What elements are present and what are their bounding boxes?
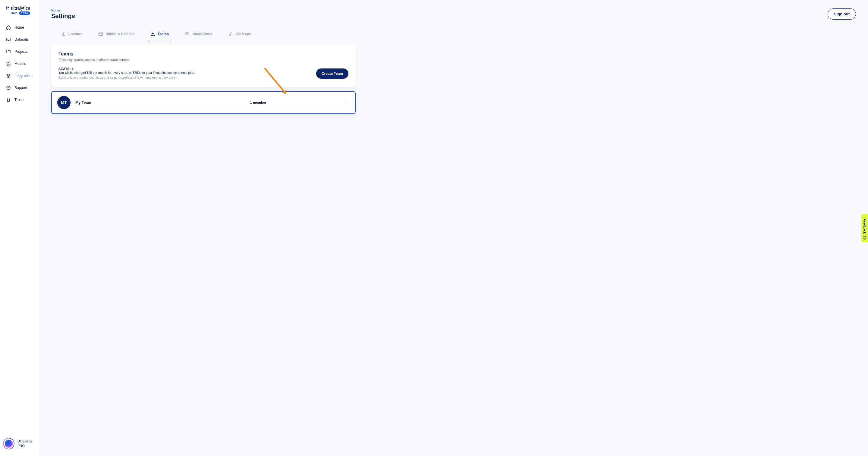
users-icon bbox=[150, 32, 155, 36]
user-plan: PRO bbox=[18, 444, 32, 448]
sidebar-item-home[interactable]: Home bbox=[0, 22, 39, 33]
svg-point-2 bbox=[7, 39, 8, 39]
brand-mark-icon bbox=[5, 5, 10, 11]
brand-logo[interactable]: ultralytics HUB BETA bbox=[0, 5, 39, 20]
user-icon bbox=[61, 32, 66, 36]
seats-desc-line2: Each unique member counts as one seat, r… bbox=[59, 76, 195, 80]
sidebar-item-label: Models bbox=[14, 61, 26, 66]
layers-icon bbox=[184, 32, 189, 36]
user-meta: Ultralytics PRO bbox=[18, 439, 32, 449]
tab-label: Account bbox=[68, 32, 83, 36]
tab-api-keys[interactable]: API Keys bbox=[227, 27, 252, 41]
sidebar-item-label: Trash bbox=[14, 98, 24, 102]
team-name: My Team bbox=[75, 101, 91, 105]
feedback-label: Feedback bbox=[863, 219, 867, 234]
sidebar-item-projects[interactable]: Projects bbox=[0, 46, 39, 57]
svg-point-5 bbox=[62, 33, 64, 34]
sidebar-user[interactable]: Ultralytics PRO bbox=[0, 435, 39, 452]
tab-integrations[interactable]: Integrations bbox=[183, 27, 214, 41]
team-members: 1 member bbox=[250, 101, 339, 104]
tab-account[interactable]: Account bbox=[60, 27, 84, 41]
feedback-tab[interactable]: Feedback bbox=[861, 214, 868, 243]
svg-point-16 bbox=[864, 237, 864, 238]
sidebar: ultralytics HUB BETA Home Datasets bbox=[0, 0, 39, 456]
svg-point-4 bbox=[8, 89, 8, 89]
sidebar-item-integrations[interactable]: Integrations bbox=[0, 70, 39, 81]
row-menu-button[interactable] bbox=[342, 99, 350, 106]
page-title: Settings bbox=[51, 13, 75, 20]
svg-point-8 bbox=[151, 33, 153, 34]
credit-card-icon bbox=[98, 32, 103, 36]
user-name: Ultralytics bbox=[18, 439, 32, 444]
seats-desc-line1: You will be charged $20 per month for ev… bbox=[59, 71, 195, 75]
sidebar-nav: Home Datasets Projects Models bbox=[0, 20, 39, 105]
sidebar-item-models[interactable]: Models bbox=[0, 58, 39, 69]
key-icon bbox=[228, 32, 233, 36]
more-vertical-icon bbox=[344, 100, 348, 105]
brand-name: ultralytics bbox=[11, 6, 30, 10]
smile-icon bbox=[863, 235, 867, 240]
tab-label: Billing & License bbox=[105, 32, 135, 36]
layers-icon bbox=[6, 73, 11, 78]
sidebar-item-label: Support bbox=[14, 86, 27, 90]
command-icon bbox=[6, 61, 11, 66]
beta-badge: BETA bbox=[19, 11, 30, 15]
tab-label: Integrations bbox=[192, 32, 213, 36]
settings-tabs: Account Billing & License Teams bbox=[51, 27, 355, 41]
svg-point-17 bbox=[865, 237, 865, 238]
tab-label: Teams bbox=[158, 32, 169, 36]
sidebar-item-label: Home bbox=[14, 25, 24, 30]
folder-icon bbox=[6, 49, 11, 54]
teams-card: Teams Efficiently control access to shar… bbox=[51, 45, 355, 87]
svg-point-15 bbox=[863, 236, 867, 239]
trash-icon bbox=[6, 97, 11, 102]
team-avatar: MT bbox=[57, 96, 70, 109]
svg-rect-6 bbox=[98, 33, 102, 35]
brand-sub: HUB bbox=[11, 12, 18, 15]
card-title: Teams bbox=[59, 51, 348, 57]
breadcrumb-home[interactable]: Home bbox=[51, 8, 60, 12]
svg-point-13 bbox=[346, 104, 346, 104]
sidebar-item-label: Integrations bbox=[14, 74, 33, 78]
sidebar-item-label: Datasets bbox=[14, 37, 29, 41]
svg-point-0 bbox=[7, 7, 9, 8]
card-subtitle: Efficiently control access to shared tea… bbox=[59, 58, 348, 61]
home-icon bbox=[6, 25, 11, 30]
seats-label: SEATS: 1 bbox=[59, 67, 195, 70]
sidebar-item-trash[interactable]: Trash bbox=[0, 94, 39, 105]
avatar bbox=[3, 438, 14, 449]
svg-point-9 bbox=[153, 33, 154, 34]
tab-label: API Keys bbox=[236, 32, 251, 36]
create-team-button[interactable]: Create Team bbox=[316, 68, 348, 79]
help-icon bbox=[6, 85, 11, 90]
sidebar-item-label: Projects bbox=[14, 50, 27, 54]
main: Home › Settings Sign out Account bbox=[39, 0, 868, 456]
tab-teams[interactable]: Teams bbox=[149, 27, 170, 41]
sidebar-item-support[interactable]: Support bbox=[0, 82, 39, 93]
svg-point-10 bbox=[229, 34, 230, 35]
tab-billing[interactable]: Billing & License bbox=[97, 27, 136, 41]
breadcrumb: Home › bbox=[51, 8, 75, 12]
svg-point-11 bbox=[346, 101, 346, 101]
sidebar-item-datasets[interactable]: Datasets bbox=[0, 34, 39, 45]
chevron-right-icon: › bbox=[61, 8, 62, 12]
image-icon bbox=[6, 37, 11, 42]
signout-button[interactable]: Sign out bbox=[828, 8, 856, 20]
svg-point-12 bbox=[346, 102, 346, 103]
team-row[interactable]: MT My Team 1 member bbox=[51, 91, 355, 114]
